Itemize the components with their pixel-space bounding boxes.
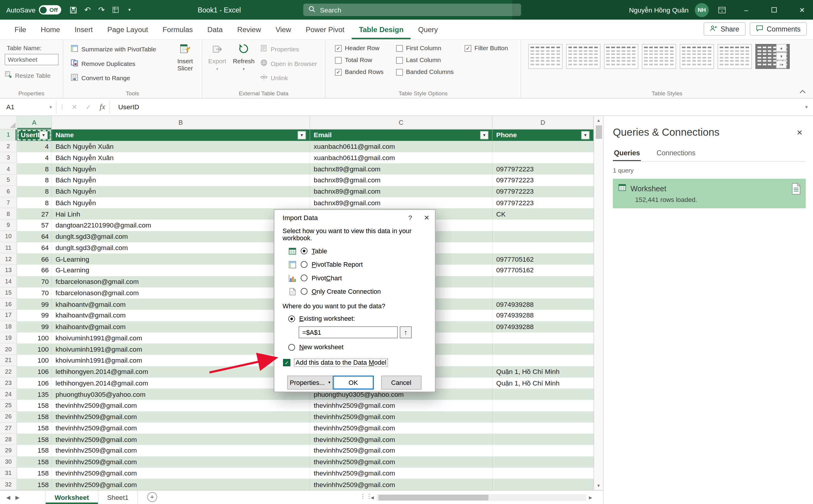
cell-d8[interactable]: CK [492, 208, 593, 220]
cell-d26[interactable] [492, 411, 593, 423]
table-style-preview-2[interactable] [566, 44, 600, 69]
cell-a29[interactable]: 158 [17, 445, 52, 456]
export-button[interactable]: Export ▾ [206, 43, 229, 72]
cell-a5[interactable]: 8 [17, 175, 52, 186]
cell-d4[interactable]: 0977972223 [492, 163, 593, 175]
insert-function-button[interactable]: fx [95, 98, 109, 116]
row-header-24[interactable]: 24 [0, 389, 17, 400]
style-option-last-column[interactable]: Last Column [396, 56, 454, 64]
collapse-dialog-button[interactable]: ↑ [400, 326, 412, 338]
cell-a30[interactable]: 158 [17, 456, 52, 467]
table-style-preview-5[interactable] [680, 44, 714, 69]
cell-c2[interactable]: xuanbach0611@gmail.com [310, 141, 492, 152]
row-header-5[interactable]: 5 [0, 175, 17, 186]
cell-d25[interactable] [492, 400, 593, 411]
cell-b10[interactable]: dunglt.sgd3@gmail.com [52, 231, 310, 242]
collapse-ribbon-icon[interactable] [800, 88, 806, 95]
dialog-help-icon[interactable]: ? [402, 210, 419, 225]
filter-dropdown-icon[interactable]: ▾ [298, 131, 306, 139]
cell-c31[interactable]: thevinhhv2509@gmail.com [310, 467, 492, 479]
cell-b6[interactable]: Bách Nguyễn [52, 186, 310, 197]
import-option-table[interactable]: Table [288, 247, 427, 255]
cell-b18[interactable]: khaihoantv@gmail.com [52, 321, 310, 332]
cell-b2[interactable]: Bách Nguyễn Xuân [52, 141, 310, 152]
sheet-nav-left-icon[interactable]: ◀ [6, 494, 10, 500]
cell-a28[interactable]: 158 [17, 434, 52, 445]
column-header-c[interactable]: C [310, 116, 492, 129]
existing-worksheet-option[interactable]: Existing worksheet: [288, 315, 427, 322]
query-list-item[interactable]: Worksheet 152,441 rows loaded. [613, 179, 806, 208]
cell-d12[interactable]: 0977705162 [492, 253, 593, 265]
scroll-down-icon[interactable]: ▼ [594, 481, 603, 490]
row-header-20[interactable]: 20 [0, 344, 17, 355]
horizontal-scroll-thumb[interactable] [378, 495, 488, 500]
column-header-d[interactable]: D [492, 116, 593, 129]
cell-a4[interactable]: 8 [17, 163, 52, 175]
insert-slicer-button[interactable]: Insert Slicer [171, 43, 199, 72]
cell-b17[interactable]: khaihoantv@gmail.com [52, 310, 310, 321]
cell-a2[interactable]: 4 [17, 141, 52, 152]
cell-d7[interactable]: 0977972223 [492, 197, 593, 208]
formula-bar-handle[interactable]: ⋮ [56, 98, 67, 116]
vertical-scrollbar[interactable]: ▲ ▼ [593, 116, 603, 490]
row-header-30[interactable]: 30 [0, 456, 17, 467]
tab-data[interactable]: Data [200, 20, 230, 39]
properties-button[interactable]: Properties... ▾ [287, 376, 333, 390]
cell-d14[interactable] [492, 276, 593, 287]
style-option-total-row[interactable]: Total Row [335, 56, 383, 64]
cell-a14[interactable]: 70 [17, 276, 52, 287]
share-button[interactable]: Share [703, 22, 745, 36]
cell-a21[interactable]: 100 [17, 355, 52, 366]
row-header-27[interactable]: 27 [0, 422, 17, 434]
cell-a27[interactable]: 158 [17, 422, 52, 434]
cell-c29[interactable]: thevinhhv2509@gmail.com [310, 445, 492, 456]
panel-tab-queries[interactable]: Queries [613, 147, 641, 161]
cell-d20[interactable] [492, 344, 593, 355]
style-option-banded-rows[interactable]: Banded Rows [335, 68, 383, 75]
cell-d18[interactable]: 0974939288 [492, 321, 593, 332]
filter-dropdown-icon[interactable]: ▾ [480, 131, 488, 139]
row-header-26[interactable]: 26 [0, 411, 17, 423]
cell-b7[interactable]: Bách Nguyễn [52, 197, 310, 208]
cell-d31[interactable] [492, 467, 593, 479]
external-properties-button[interactable]: Properties [261, 45, 299, 53]
cell-b30[interactable]: thevinhhv2509@gmail.com [52, 456, 310, 467]
cell-c6[interactable]: bachnx89@gmail.com [310, 186, 492, 197]
header-cell-phone[interactable]: Phone▾ [492, 129, 593, 141]
sheet-tab-sheet1[interactable]: Sheet1 [98, 491, 138, 504]
row-header-8[interactable]: 8 [0, 208, 17, 220]
add-to-data-model-checkbox[interactable]: ✓ Add this data to the Data Model [283, 358, 427, 367]
cell-a10[interactable]: 64 [17, 231, 52, 242]
cell-b24[interactable]: phuongthuy0305@yahoo.com [52, 389, 310, 400]
cell-b16[interactable]: khaihoantv@gmail.com [52, 298, 310, 310]
cell-a22[interactable]: 106 [17, 366, 52, 377]
import-option-only-create-connection[interactable]: Only Create Connection [288, 287, 427, 296]
row-header-7[interactable]: 7 [0, 197, 17, 208]
cell-a20[interactable]: 100 [17, 344, 52, 355]
cell-a32[interactable]: 158 [17, 479, 52, 490]
tab-view[interactable]: View [268, 20, 298, 39]
row-header-17[interactable]: 17 [0, 310, 17, 321]
filter-dropdown-icon[interactable]: ▾ [581, 131, 589, 139]
filter-dropdown-icon[interactable]: ▾ [40, 131, 48, 139]
more-commands-icon[interactable] [108, 3, 122, 17]
row-header-28[interactable]: 28 [0, 434, 17, 445]
tab-formulas[interactable]: Formulas [155, 20, 200, 39]
table-style-preview-6[interactable] [718, 44, 752, 69]
cell-d27[interactable] [492, 422, 593, 434]
cell-b32[interactable]: thevinhhv2509@gmail.com [52, 479, 310, 490]
maximize-button[interactable] [763, 0, 785, 20]
row-header-18[interactable]: 18 [0, 321, 17, 332]
cell-a17[interactable]: 99 [17, 310, 52, 321]
cell-b25[interactable]: thevinhhv2509@gmail.com [52, 400, 310, 411]
vertical-scroll-thumb[interactable] [595, 125, 601, 139]
table-style-preview-3[interactable] [604, 44, 638, 69]
enter-entry-icon[interactable]: ✓ [81, 98, 95, 116]
cell-c4[interactable]: bachnx89@gmail.com [310, 163, 492, 175]
gallery-down-icon[interactable]: ▼ [776, 52, 787, 60]
row-header-31[interactable]: 31 [0, 467, 17, 479]
new-worksheet-option[interactable]: New worksheet [288, 343, 427, 350]
cell-a26[interactable]: 158 [17, 411, 52, 423]
row-header-19[interactable]: 19 [0, 332, 17, 344]
ribbon-display-options-icon[interactable] [715, 3, 729, 17]
